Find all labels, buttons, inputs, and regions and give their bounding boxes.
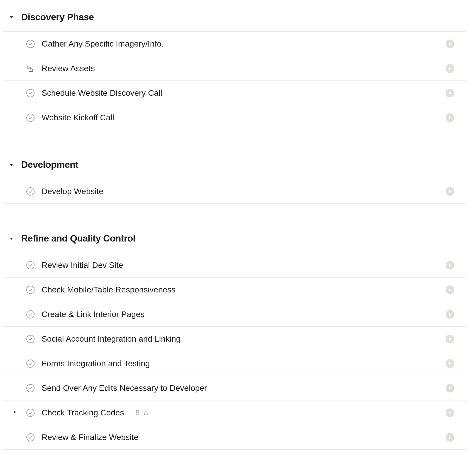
- subtask-badge-icon: [142, 409, 150, 417]
- task-actions: [446, 335, 454, 343]
- subtask-badge[interactable]: 5: [136, 409, 150, 417]
- task-title: Review Initial Dev Site: [42, 261, 123, 270]
- task-actions: [446, 433, 454, 442]
- task-row[interactable]: Check Mobile/Table Responsiveness: [3, 278, 466, 302]
- section-header[interactable]: Refine and Quality Control: [3, 227, 466, 253]
- section-title: Development: [21, 159, 78, 170]
- task-title: Send Over Any Edits Necessary to Develop…: [42, 383, 207, 393]
- task-left: Gather Any Specific Imagery/Info.: [20, 39, 446, 49]
- task-left: Review Initial Dev Site: [20, 261, 446, 270]
- play-button[interactable]: [446, 285, 454, 294]
- task-left: Schedule Website Discovery Call: [20, 88, 446, 98]
- section-toggle-icon[interactable]: [9, 236, 14, 241]
- task-actions: [446, 384, 454, 393]
- task-row[interactable]: Social Account Integration and Linking: [3, 327, 466, 351]
- task-left: Website Kickoff Call: [20, 113, 446, 122]
- subtask-count: 5: [136, 409, 140, 417]
- section-toggle-icon[interactable]: [9, 15, 14, 20]
- task-expand-column: [9, 410, 20, 416]
- task-actions: [446, 64, 454, 73]
- task-actions: [446, 310, 454, 319]
- subtask-indicator-icon: [26, 64, 35, 73]
- task-complete-icon[interactable]: [26, 384, 35, 392]
- task-title: Forms Integration and Testing: [42, 359, 150, 368]
- task-complete-icon[interactable]: [26, 433, 35, 441]
- task-title: Develop Website: [42, 187, 103, 196]
- task-title: Review & Finalize Website: [42, 433, 138, 442]
- task-complete-icon[interactable]: [26, 409, 35, 417]
- task-actions: [446, 261, 454, 270]
- play-button[interactable]: [446, 384, 454, 393]
- play-button[interactable]: [446, 40, 454, 48]
- task-left: Send Over Any Edits Necessary to Develop…: [20, 383, 446, 393]
- play-button[interactable]: [446, 64, 454, 73]
- task-actions: [446, 113, 454, 122]
- task-row[interactable]: Send Over Any Edits Necessary to Develop…: [3, 376, 466, 400]
- task-complete-icon[interactable]: [26, 89, 35, 97]
- task-actions: [446, 89, 454, 97]
- task-expand-icon[interactable]: [12, 410, 17, 416]
- play-button[interactable]: [446, 359, 454, 368]
- task-row[interactable]: Create & Link Interior Pages: [3, 302, 466, 327]
- play-button[interactable]: [446, 89, 454, 97]
- task-row[interactable]: Forms Integration and Testing: [3, 351, 466, 376]
- section: Refine and Quality ControlReview Initial…: [3, 227, 466, 450]
- task-actions: [446, 285, 454, 294]
- task-actions: [446, 40, 454, 48]
- section-title: Refine and Quality Control: [21, 233, 136, 244]
- task-complete-icon[interactable]: [26, 261, 35, 269]
- task-left: Social Account Integration and Linking: [20, 334, 446, 344]
- task-title: Review Assets: [42, 64, 95, 73]
- play-button[interactable]: [446, 310, 454, 319]
- play-button[interactable]: [446, 335, 454, 343]
- play-button[interactable]: [446, 433, 454, 442]
- task-title: Social Account Integration and Linking: [42, 334, 181, 344]
- play-button[interactable]: [446, 408, 454, 417]
- task-complete-icon[interactable]: [26, 310, 35, 319]
- task-actions: [446, 187, 454, 196]
- section: DevelopmentDevelop Website: [3, 153, 466, 204]
- task-title: Website Kickoff Call: [42, 113, 114, 122]
- task-complete-icon[interactable]: [26, 359, 35, 368]
- section-header[interactable]: Development: [3, 153, 466, 179]
- task-left: Check Tracking Codes5: [20, 408, 446, 417]
- task-title: Check Mobile/Table Responsiveness: [42, 285, 176, 294]
- play-button[interactable]: [446, 187, 454, 196]
- task-row[interactable]: Check Tracking Codes5: [3, 400, 466, 425]
- section-title: Discovery Phase: [21, 12, 94, 23]
- task-row[interactable]: Develop Website: [3, 179, 466, 204]
- task-left: Create & Link Interior Pages: [20, 310, 446, 319]
- task-row[interactable]: Schedule Website Discovery Call: [3, 81, 466, 105]
- task-actions: [446, 408, 454, 417]
- task-row[interactable]: Gather Any Specific Imagery/Info.: [3, 32, 466, 56]
- task-title: Create & Link Interior Pages: [42, 310, 145, 319]
- play-button[interactable]: [446, 261, 454, 270]
- task-row[interactable]: Website Kickoff Call: [3, 105, 466, 130]
- task-left: Review & Finalize Website: [20, 433, 446, 442]
- section: Discovery PhaseGather Any Specific Image…: [3, 6, 466, 130]
- play-button[interactable]: [446, 113, 454, 122]
- task-title: Check Tracking Codes: [42, 408, 124, 417]
- task-complete-icon[interactable]: [26, 187, 35, 196]
- task-left: Review Assets: [20, 64, 446, 73]
- task-complete-icon[interactable]: [26, 114, 35, 122]
- task-row[interactable]: Review & Finalize Website: [3, 425, 466, 450]
- task-row[interactable]: Review Initial Dev Site: [3, 253, 466, 278]
- task-complete-icon[interactable]: [26, 286, 35, 294]
- task-left: Forms Integration and Testing: [20, 359, 446, 368]
- task-row[interactable]: Review Assets: [3, 56, 466, 81]
- task-complete-icon[interactable]: [26, 40, 35, 48]
- task-left: Develop Website: [20, 187, 446, 196]
- task-complete-icon[interactable]: [26, 335, 35, 343]
- task-left: Check Mobile/Table Responsiveness: [20, 285, 446, 294]
- task-title: Schedule Website Discovery Call: [42, 88, 162, 98]
- section-header[interactable]: Discovery Phase: [3, 6, 466, 32]
- task-title: Gather Any Specific Imagery/Info.: [42, 39, 164, 49]
- section-toggle-icon[interactable]: [9, 162, 14, 167]
- task-actions: [446, 359, 454, 368]
